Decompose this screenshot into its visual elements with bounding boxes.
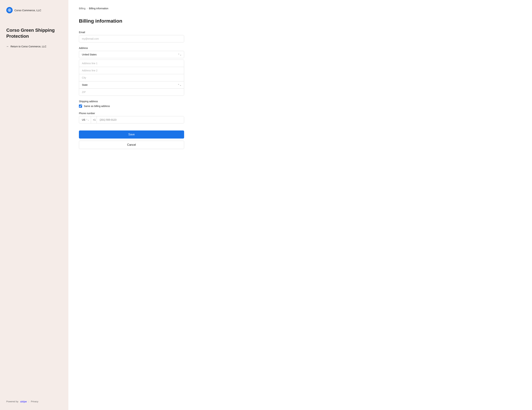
phone-dial-code: +1 xyxy=(91,116,97,123)
breadcrumb-current: Billing information xyxy=(89,7,108,10)
state-select[interactable]: State California New York Texas xyxy=(79,81,184,88)
address-line2-input[interactable] xyxy=(79,67,184,74)
city-row xyxy=(79,74,184,81)
address-group: Address United States Canada United King… xyxy=(79,47,184,96)
breadcrumb-chevron-icon: › xyxy=(87,7,87,10)
state-row: State California New York Texas ⌃⌄ xyxy=(79,81,184,89)
sidebar-footer: Powered by stripe | Privacy xyxy=(6,400,62,403)
phone-number-input[interactable] xyxy=(97,116,184,123)
state-select-wrapper: State California New York Texas ⌃⌄ xyxy=(79,81,184,88)
email-group: Email xyxy=(79,31,184,42)
city-input[interactable] xyxy=(79,74,184,81)
powered-by-text: Powered by xyxy=(6,400,19,403)
billing-form: Email Address United States Canada Unite… xyxy=(79,31,184,149)
shipping-address-label: Shipping address xyxy=(79,100,184,103)
back-arrow-icon: ← xyxy=(6,45,9,48)
zip-row xyxy=(79,89,184,95)
sidebar: Corso Commerce, LLC Corso Green Shipping… xyxy=(0,0,68,410)
email-label: Email xyxy=(79,31,184,34)
phone-country-code: US xyxy=(82,118,85,121)
company-name: Corso Commerce, LLC xyxy=(14,9,41,12)
phone-input-wrapper: US ⌃⌄ +1 xyxy=(79,116,184,124)
phone-group: Phone number US ⌃⌄ +1 xyxy=(79,112,184,124)
footer-divider: | xyxy=(28,400,29,403)
back-link-text: Return to Corso Commerce, LLC xyxy=(10,45,47,48)
address-line1-input[interactable] xyxy=(79,60,184,67)
address-label: Address xyxy=(79,47,184,49)
breadcrumb: Billing › Billing information xyxy=(79,7,522,10)
stripe-logo: stripe xyxy=(20,400,27,403)
save-button[interactable]: Save xyxy=(79,131,184,139)
page-title: Billing information xyxy=(79,18,522,24)
email-input[interactable] xyxy=(79,35,184,42)
breadcrumb-billing[interactable]: Billing xyxy=(79,7,86,10)
address-line2-row xyxy=(79,67,184,74)
country-select[interactable]: United States Canada United Kingdom xyxy=(79,51,184,58)
product-title: Corso Green Shipping Protection xyxy=(6,27,62,39)
same-as-billing-label[interactable]: Same as billing address xyxy=(84,105,110,107)
main-content: Billing › Billing information Billing in… xyxy=(68,0,532,410)
phone-chevron-icon: ⌃⌄ xyxy=(86,119,89,121)
logo-icon xyxy=(6,7,13,13)
back-link[interactable]: ← Return to Corso Commerce, LLC xyxy=(6,45,62,48)
cancel-button[interactable]: Cancel xyxy=(79,141,184,149)
country-select-wrapper: United States Canada United Kingdom ⌃⌄ xyxy=(79,51,184,58)
privacy-link[interactable]: Privacy xyxy=(31,400,38,403)
logo-area: Corso Commerce, LLC xyxy=(6,7,62,13)
zip-input[interactable] xyxy=(79,89,184,95)
address-line1-row xyxy=(79,60,184,67)
shipping-address-group: Shipping address Same as billing address xyxy=(79,100,184,108)
phone-label: Phone number xyxy=(79,112,184,115)
phone-country-selector[interactable]: US ⌃⌄ xyxy=(79,116,91,123)
address-fields: State California New York Texas ⌃⌄ xyxy=(79,60,184,96)
same-as-billing-row: Same as billing address xyxy=(79,105,184,108)
same-as-billing-checkbox[interactable] xyxy=(79,105,82,108)
